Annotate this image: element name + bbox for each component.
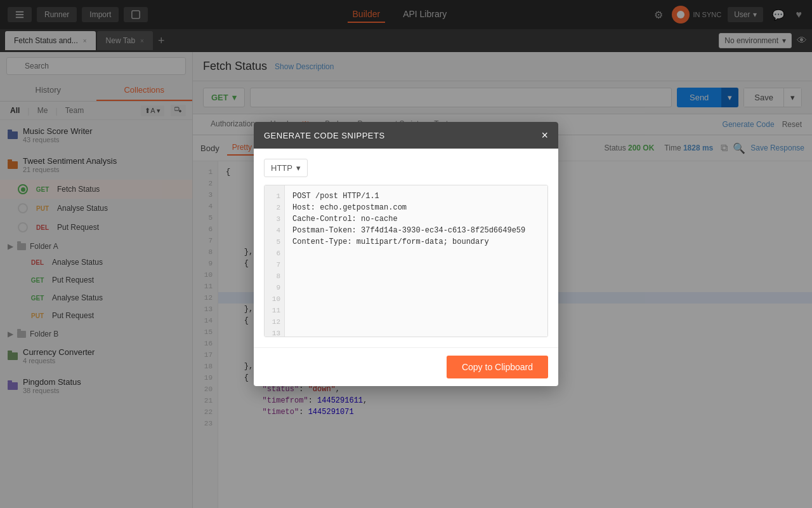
code-snippet-box: 12345678910111213 POST /post HTTP/1.1 Ho… — [264, 185, 548, 337]
snippet-line-num: 6 — [265, 248, 284, 259]
modal-header: GENERATE CODE SNIPPETS × — [254, 122, 558, 149]
snippet-line-numbers: 12345678910111213 — [265, 185, 285, 337]
snippet-line-num: 1 — [265, 190, 284, 202]
modal-close-button[interactable]: × — [541, 130, 548, 141]
snippet-line-num: 2 — [265, 202, 284, 213]
modal-title: GENERATE CODE SNIPPETS — [264, 131, 385, 140]
snippet-line-num: 3 — [265, 213, 284, 225]
snippet-line-num: 9 — [265, 282, 284, 293]
snippet-line-num: 4 — [265, 225, 284, 236]
modal-footer: Copy to Clipboard — [254, 347, 558, 386]
snippet-line-num: 5 — [265, 236, 284, 248]
generate-code-modal: GENERATE CODE SNIPPETS × HTTP ▾ 12345678… — [254, 122, 558, 386]
snippet-line-num: 10 — [265, 293, 284, 305]
language-label: HTTP — [271, 163, 292, 173]
modal-body: HTTP ▾ 12345678910111213 POST /post HTTP… — [254, 149, 558, 347]
snippet-line-num: 8 — [265, 271, 284, 282]
modal-overlay: GENERATE CODE SNIPPETS × HTTP ▾ 12345678… — [0, 0, 812, 508]
snippet-code: POST /post HTTP/1.1 Host: echo.getpostma… — [285, 185, 547, 337]
copy-to-clipboard-button[interactable]: Copy to Clipboard — [447, 356, 548, 378]
language-select[interactable]: HTTP ▾ — [264, 159, 308, 177]
snippet-line-num: 13 — [265, 328, 284, 337]
snippet-line-num: 11 — [265, 305, 284, 316]
chevron-down-icon: ▾ — [296, 163, 301, 173]
snippet-line-num: 7 — [265, 259, 284, 271]
snippet-line-num: 12 — [265, 316, 284, 328]
